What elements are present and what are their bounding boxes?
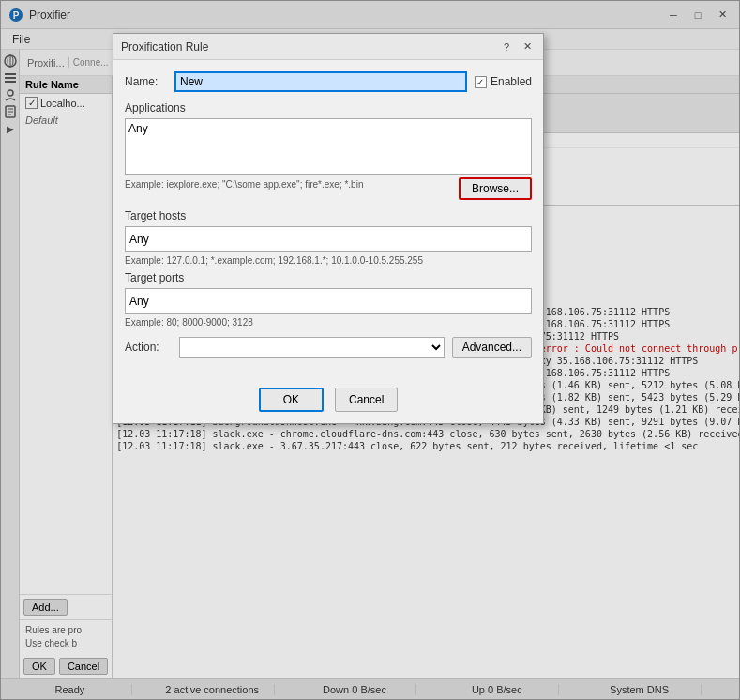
target-hosts-input[interactable] [125, 226, 532, 252]
enabled-checkbox-row: Enabled [475, 75, 532, 88]
browse-button[interactable]: Browse... [459, 177, 532, 200]
action-select[interactable] [179, 337, 445, 358]
dialog-footer: OK Cancel [113, 380, 543, 423]
dialog-cancel-button[interactable]: Cancel [335, 388, 398, 412]
action-row: Action: Advanced... [125, 337, 532, 358]
applications-section: Applications Any [125, 101, 532, 177]
applications-example: Example: iexplore.exe; "C:\some app.exe"… [125, 179, 451, 190]
action-label: Action: [125, 341, 172, 354]
target-ports-section: Target ports Example: 80; 8000-9000; 312… [125, 271, 532, 327]
applications-input[interactable]: Any [125, 118, 532, 175]
dialog-title-bar: Proxification Rule ? ✕ [113, 34, 543, 60]
target-hosts-label: Target hosts [125, 209, 532, 222]
dialog-help-button[interactable]: ? [498, 38, 515, 55]
target-ports-example: Example: 80; 8000-9000; 3128 [125, 317, 532, 327]
name-row: Name: Enabled [125, 71, 532, 92]
enabled-checkbox[interactable] [475, 76, 487, 88]
name-label: Name: [125, 75, 167, 88]
target-hosts-section: Target hosts Example: 127.0.0.1; *.examp… [125, 209, 532, 266]
dialog-title-text: Proxification Rule [121, 40, 494, 53]
dialog-ok-button[interactable]: OK [259, 388, 324, 412]
target-ports-input[interactable] [125, 288, 532, 314]
target-ports-label: Target ports [125, 271, 532, 284]
applications-label: Applications [125, 101, 532, 114]
advanced-button[interactable]: Advanced... [452, 337, 532, 358]
browse-row: Example: iexplore.exe; "C:\some app.exe"… [125, 177, 532, 200]
dialog-close-button[interactable]: ✕ [519, 38, 536, 55]
target-hosts-example: Example: 127.0.0.1; *.example.com; 192.1… [125, 255, 532, 266]
enabled-label: Enabled [491, 75, 532, 88]
name-input[interactable] [174, 71, 467, 92]
proxification-dialog: Proxification Rule ? ✕ Name: Enabled App… [113, 33, 544, 424]
dialog-body: Name: Enabled Applications Any Example: … [113, 60, 543, 380]
